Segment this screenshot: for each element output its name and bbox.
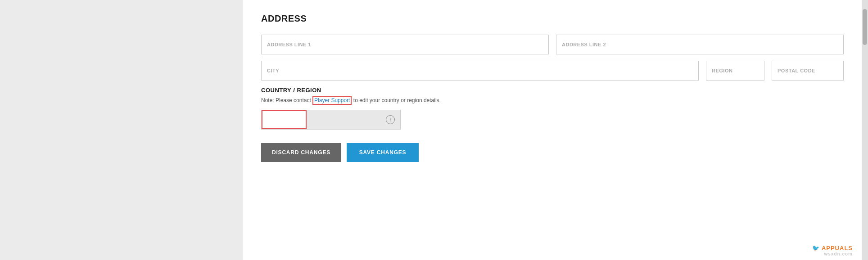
- address-line2-input[interactable]: [556, 35, 844, 54]
- scrollbar[interactable]: [862, 0, 868, 260]
- country-section-label: COUNTRY / REGION: [261, 87, 844, 94]
- scrollbar-thumb[interactable]: [863, 9, 867, 45]
- postal-code-input[interactable]: [772, 61, 844, 81]
- watermark-suffix: PPUALS: [826, 245, 853, 251]
- address-row-2: [261, 61, 844, 81]
- address-line1-input[interactable]: [261, 35, 549, 54]
- watermark-a: A: [822, 245, 826, 251]
- country-note: Note: Please contact Player Support to e…: [261, 96, 844, 104]
- section-title: ADDRESS: [261, 13, 844, 24]
- country-note-before: Note: Please contact: [261, 97, 312, 103]
- info-icon[interactable]: i: [386, 115, 395, 124]
- watermark: 🐦 APPUALS wsxdn.com: [812, 245, 853, 256]
- address-row-1: [261, 35, 844, 54]
- left-panel: [0, 0, 243, 260]
- watermark-icon: 🐦: [812, 245, 820, 251]
- country-note-after: to edit your country or region details.: [352, 97, 440, 103]
- city-input[interactable]: [261, 61, 699, 81]
- player-support-link[interactable]: Player Support: [312, 96, 352, 105]
- discard-changes-button[interactable]: DISCARD CHANGES: [261, 143, 341, 162]
- country-section: COUNTRY / REGION Note: Please contact Pl…: [261, 87, 844, 130]
- save-changes-button[interactable]: SAVE CHANGES: [347, 143, 419, 162]
- region-input[interactable]: [706, 61, 764, 81]
- country-display: i: [307, 110, 400, 129]
- country-input-wrapper: i: [261, 110, 401, 130]
- country-text-input[interactable]: [262, 110, 307, 129]
- main-content: ADDRESS COUNTRY / REGION Note: Please co…: [243, 0, 862, 260]
- buttons-row: DISCARD CHANGES SAVE CHANGES: [261, 143, 844, 162]
- watermark-domain: wsxdn.com: [812, 251, 853, 256]
